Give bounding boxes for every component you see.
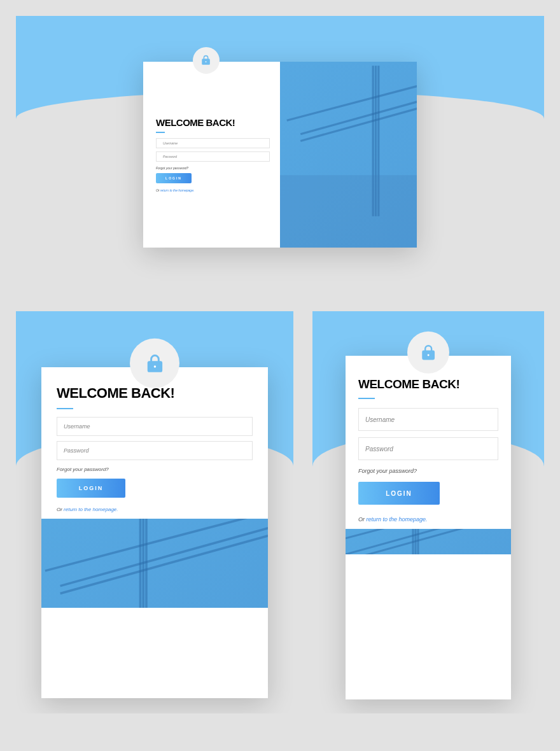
- lock-badge: [193, 47, 220, 74]
- hero-image: [41, 519, 268, 608]
- password-input[interactable]: Password: [57, 441, 253, 460]
- username-input[interactable]: Username: [358, 408, 498, 431]
- title-underline: [358, 398, 375, 399]
- welcome-title: WELCOME BACK!: [358, 377, 498, 391]
- password-input[interactable]: Password: [156, 151, 270, 162]
- lock-icon: [141, 349, 169, 377]
- return-home-link[interactable]: return to the homepage.: [367, 516, 428, 523]
- title-underline: [156, 132, 165, 133]
- welcome-title: WELCOME BACK!: [156, 117, 270, 128]
- return-home-link[interactable]: return to the homepage.: [160, 188, 194, 192]
- login-button[interactable]: LOGIN: [156, 173, 192, 183]
- lock-icon: [199, 53, 213, 67]
- title-underline: [57, 408, 73, 409]
- return-home-text: Or return to the homepage.: [156, 188, 270, 192]
- forgot-password-link[interactable]: Forgot your password?: [156, 166, 270, 170]
- login-form: WELCOME BACK! Username Password Forgot y…: [41, 367, 268, 519]
- login-form: WELCOME BACK! Username Password Forgot y…: [346, 356, 511, 529]
- hero-image: [280, 62, 417, 248]
- login-form: WELCOME BACK! Username Password Forgot y…: [143, 62, 280, 248]
- lock-badge: [130, 339, 179, 388]
- username-input[interactable]: Username: [156, 138, 270, 148]
- lock-icon: [417, 341, 440, 364]
- login-button[interactable]: LOGIN: [358, 482, 440, 505]
- return-home-link[interactable]: return to the homepage.: [64, 507, 118, 512]
- hero-image: [346, 529, 511, 554]
- forgot-password-link[interactable]: Forgot your password?: [57, 467, 253, 472]
- login-button[interactable]: LOGIN: [57, 479, 125, 498]
- return-home-text: Or return to the homepage.: [57, 507, 253, 512]
- username-input[interactable]: Username: [57, 417, 253, 436]
- return-home-text: Or return to the homepage.: [358, 516, 498, 523]
- preview-desktop: WELCOME BACK! Username Password Forgot y…: [16, 16, 544, 292]
- preview-tablet: WELCOME BACK! Username Password Forgot y…: [16, 311, 293, 713]
- login-card: WELCOME BACK! Username Password Forgot y…: [143, 62, 417, 248]
- preview-mobile: WELCOME BACK! Username Password Forgot y…: [312, 311, 544, 713]
- forgot-password-link[interactable]: Forgot your password?: [358, 468, 498, 474]
- lock-badge: [407, 332, 449, 374]
- login-card: WELCOME BACK! Username Password Forgot y…: [41, 367, 268, 698]
- login-card: WELCOME BACK! Username Password Forgot y…: [346, 356, 511, 699]
- password-input[interactable]: Password: [358, 437, 498, 460]
